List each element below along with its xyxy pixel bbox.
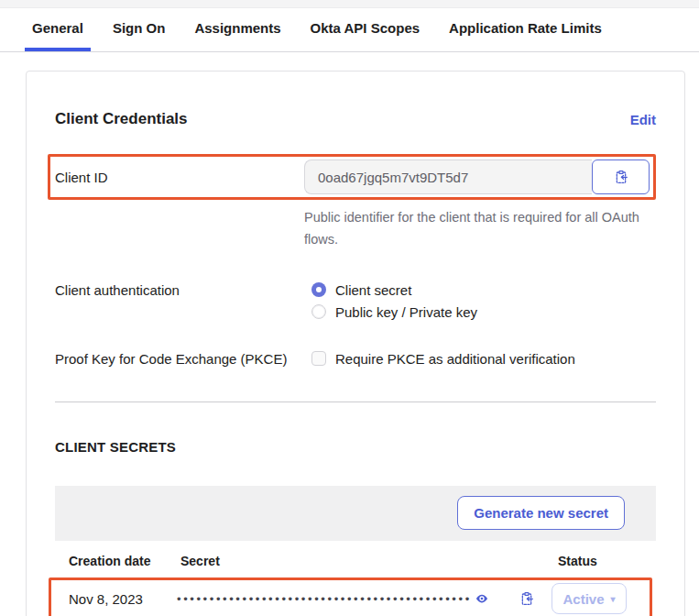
client-secrets-table: Generate new secret Creation date Secret… (55, 486, 656, 616)
pkce-row: Proof Key for Code Exchange (PKCE) Requi… (55, 351, 656, 367)
header-secret: Secret (180, 554, 558, 568)
client-authentication-row: Client authentication Client secret Publ… (55, 282, 656, 320)
tab-application-rate-limits[interactable]: Application Rate Limits (442, 8, 609, 51)
clipboard-copy-icon (614, 170, 628, 184)
reveal-secret-button[interactable] (472, 590, 492, 607)
client-credentials-title: Client Credentials (55, 110, 188, 128)
header-status: Status (558, 554, 656, 568)
pkce-checkbox-label: Require PKCE as additional verification (335, 351, 575, 367)
tab-sign-on[interactable]: Sign On (105, 8, 173, 51)
tab-okta-api-scopes[interactable]: Okta API Scopes (303, 8, 428, 51)
client-id-row: Client ID (55, 160, 650, 194)
radio-option-label: Client secret (335, 282, 411, 298)
tab-assignments[interactable]: Assignments (187, 8, 288, 51)
secret-creation-date: Nov 8, 2023 (69, 591, 177, 607)
status-cell: Active ▾ (552, 583, 650, 614)
app-tabbar: General Sign On Assignments Okta API Sco… (0, 8, 699, 52)
radio-selected-icon[interactable] (311, 282, 326, 297)
window-top-strip (0, 0, 699, 8)
copy-secret-button[interactable] (518, 589, 536, 608)
masked-secret-value: ••••••••••••••••••••••••••••••••••••••••… (177, 592, 472, 606)
checkbox-unchecked-icon[interactable] (311, 351, 326, 366)
radio-option-public-private-key[interactable]: Public key / Private key (311, 304, 477, 320)
secret-row-highlight-box: Nov 8, 2023 ••••••••••••••••••••••••••••… (49, 578, 652, 616)
radio-unselected-icon[interactable] (311, 304, 326, 319)
edit-button[interactable]: Edit (630, 112, 656, 127)
general-settings-card: Client Credentials Edit Client ID (26, 71, 685, 616)
copy-client-id-button[interactable] (592, 160, 650, 194)
client-credentials-header: Client Credentials Edit (55, 110, 656, 128)
radio-option-client-secret[interactable]: Client secret (311, 282, 477, 298)
tab-general[interactable]: General (25, 8, 91, 51)
generate-new-secret-button[interactable]: Generate new secret (457, 496, 625, 530)
client-secrets-toolbar: Generate new secret (55, 486, 656, 541)
section-divider (55, 402, 656, 402)
chevron-down-icon: ▾ (611, 594, 616, 604)
radio-option-label: Public key / Private key (335, 304, 477, 320)
header-creation-date: Creation date (69, 554, 180, 568)
status-active-dropdown[interactable]: Active ▾ (552, 583, 627, 614)
client-id-help-text: Public identifier for the client that is… (304, 207, 648, 251)
client-id-input-group (304, 160, 650, 194)
pkce-checkbox-option[interactable]: Require PKCE as additional verification (311, 351, 575, 367)
table-row: Nov 8, 2023 ••••••••••••••••••••••••••••… (51, 580, 650, 616)
client-authentication-label: Client authentication (55, 282, 311, 320)
eye-icon (474, 592, 490, 605)
status-label: Active (562, 591, 604, 607)
client-id-input[interactable] (304, 160, 592, 194)
client-id-label: Client ID (55, 170, 304, 185)
clipboard-copy-icon (519, 591, 534, 606)
pkce-label: Proof Key for Code Exchange (PKCE) (55, 351, 311, 367)
table-header-row: Creation date Secret Status (55, 541, 656, 578)
secret-cell: ••••••••••••••••••••••••••••••••••••••••… (177, 589, 552, 608)
client-authentication-options: Client secret Public key / Private key (311, 282, 477, 320)
client-secrets-title: CLIENT SECRETS (55, 439, 656, 455)
client-id-highlight-box: Client ID (48, 154, 656, 200)
